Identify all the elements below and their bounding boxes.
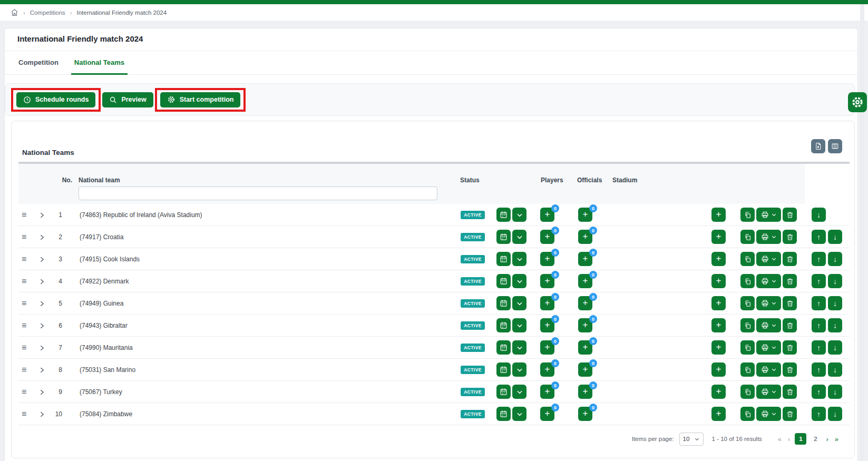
drag-handle-icon[interactable]: ≡: [22, 248, 26, 270]
calendar-button[interactable]: [496, 407, 511, 421]
add-stadium-button[interactable]: +: [711, 274, 726, 288]
team-actions-dropdown-button[interactable]: [512, 208, 526, 222]
delete-button[interactable]: [783, 296, 797, 310]
preview-button[interactable]: Preview: [102, 92, 153, 107]
add-stadium-button[interactable]: +: [711, 296, 726, 310]
move-up-button[interactable]: ↑: [812, 318, 826, 332]
add-stadium-button[interactable]: +: [711, 230, 726, 244]
delete-button[interactable]: [783, 274, 797, 288]
move-down-button[interactable]: ↓: [812, 208, 826, 222]
team-actions-dropdown-button[interactable]: [512, 274, 526, 288]
print-dropdown-button[interactable]: [756, 296, 781, 310]
add-stadium-button[interactable]: +: [711, 318, 726, 332]
drag-handle-icon[interactable]: ≡: [22, 226, 26, 248]
copy-button[interactable]: [740, 296, 755, 310]
add-stadium-button[interactable]: +: [711, 208, 726, 222]
print-dropdown-button[interactable]: [756, 208, 781, 222]
add-stadium-button[interactable]: +: [711, 407, 726, 421]
team-actions-dropdown-button[interactable]: [512, 385, 526, 399]
copy-button[interactable]: [740, 274, 755, 288]
calendar-button[interactable]: [496, 318, 511, 332]
delete-button[interactable]: [783, 230, 797, 244]
move-down-button[interactable]: ↓: [828, 385, 842, 399]
calendar-button[interactable]: [496, 362, 511, 377]
last-page-button[interactable]: »: [832, 435, 842, 443]
move-up-button[interactable]: ↑: [812, 362, 826, 377]
delete-button[interactable]: [783, 252, 797, 266]
print-dropdown-button[interactable]: [756, 340, 781, 355]
team-actions-dropdown-button[interactable]: [512, 318, 526, 332]
move-up-button[interactable]: ↑: [812, 340, 826, 355]
copy-button[interactable]: [740, 407, 755, 421]
move-down-button[interactable]: ↓: [828, 230, 842, 244]
print-dropdown-button[interactable]: [756, 274, 781, 288]
settings-flyout-button[interactable]: [848, 92, 867, 112]
move-up-button[interactable]: ↑: [812, 296, 826, 310]
copy-button[interactable]: [740, 362, 755, 377]
move-up-button[interactable]: ↑: [812, 274, 826, 288]
move-down-button[interactable]: ↓: [828, 296, 842, 310]
prev-page-button[interactable]: ‹: [785, 435, 793, 443]
start-competition-button[interactable]: Start competition: [160, 92, 241, 107]
move-down-button[interactable]: ↓: [828, 362, 842, 377]
copy-button[interactable]: [740, 252, 755, 266]
add-stadium-button[interactable]: +: [711, 252, 726, 266]
delete-button[interactable]: [783, 385, 797, 399]
add-stadium-button[interactable]: +: [711, 385, 726, 399]
move-down-button[interactable]: ↓: [828, 318, 842, 332]
move-down-button[interactable]: ↓: [828, 252, 842, 266]
delete-button[interactable]: [783, 362, 797, 377]
breadcrumb-item-competitions[interactable]: Competitions: [30, 9, 65, 16]
move-up-button[interactable]: ↑: [812, 385, 826, 399]
add-stadium-button[interactable]: +: [711, 340, 726, 355]
team-actions-dropdown-button[interactable]: [512, 407, 526, 421]
page-number-button[interactable]: 1: [795, 433, 806, 445]
team-actions-dropdown-button[interactable]: [512, 252, 526, 266]
columns-settings-button[interactable]: [828, 139, 842, 153]
page-number-button[interactable]: 2: [810, 433, 821, 445]
team-actions-dropdown-button[interactable]: [512, 340, 526, 355]
calendar-button[interactable]: [496, 296, 511, 310]
calendar-button[interactable]: [496, 230, 511, 244]
drag-handle-icon[interactable]: ≡: [22, 315, 26, 337]
calendar-button[interactable]: [496, 340, 511, 355]
delete-button[interactable]: [783, 407, 797, 421]
calendar-button[interactable]: [496, 252, 511, 266]
move-up-button[interactable]: ↑: [812, 407, 826, 421]
move-up-button[interactable]: ↑: [812, 230, 826, 244]
copy-button[interactable]: [740, 230, 755, 244]
drag-handle-icon[interactable]: ≡: [22, 292, 26, 315]
move-down-button[interactable]: ↓: [828, 407, 842, 421]
print-dropdown-button[interactable]: [756, 385, 781, 399]
calendar-button[interactable]: [496, 208, 511, 222]
drag-handle-icon[interactable]: ≡: [22, 403, 26, 425]
vertical-scrollbar[interactable]: [860, 4, 864, 461]
copy-button[interactable]: [740, 208, 755, 222]
delete-button[interactable]: [783, 208, 797, 222]
copy-button[interactable]: [740, 340, 755, 355]
drag-handle-icon[interactable]: ≡: [22, 337, 26, 359]
home-icon[interactable]: [11, 8, 18, 16]
national-team-filter-input[interactable]: [79, 187, 437, 200]
print-dropdown-button[interactable]: [756, 362, 781, 377]
schedule-rounds-button[interactable]: Schedule rounds: [16, 92, 95, 107]
delete-button[interactable]: [783, 318, 797, 332]
add-stadium-button[interactable]: +: [711, 362, 726, 377]
move-down-button[interactable]: ↓: [828, 274, 842, 288]
team-actions-dropdown-button[interactable]: [512, 296, 526, 310]
export-excel-button[interactable]: [811, 139, 825, 153]
move-up-button[interactable]: ↑: [812, 252, 826, 266]
print-dropdown-button[interactable]: [756, 318, 781, 332]
drag-handle-icon[interactable]: ≡: [22, 270, 26, 292]
print-dropdown-button[interactable]: [756, 407, 781, 421]
first-page-button[interactable]: «: [775, 435, 785, 443]
copy-button[interactable]: [740, 385, 755, 399]
tab-national-teams[interactable]: National Teams: [73, 51, 125, 74]
print-dropdown-button[interactable]: [756, 252, 781, 266]
drag-handle-icon[interactable]: ≡: [22, 204, 26, 226]
print-dropdown-button[interactable]: [756, 230, 781, 244]
move-down-button[interactable]: ↓: [828, 340, 842, 355]
team-actions-dropdown-button[interactable]: [512, 362, 526, 377]
drag-handle-icon[interactable]: ≡: [22, 381, 26, 403]
drag-handle-icon[interactable]: ≡: [22, 359, 26, 381]
